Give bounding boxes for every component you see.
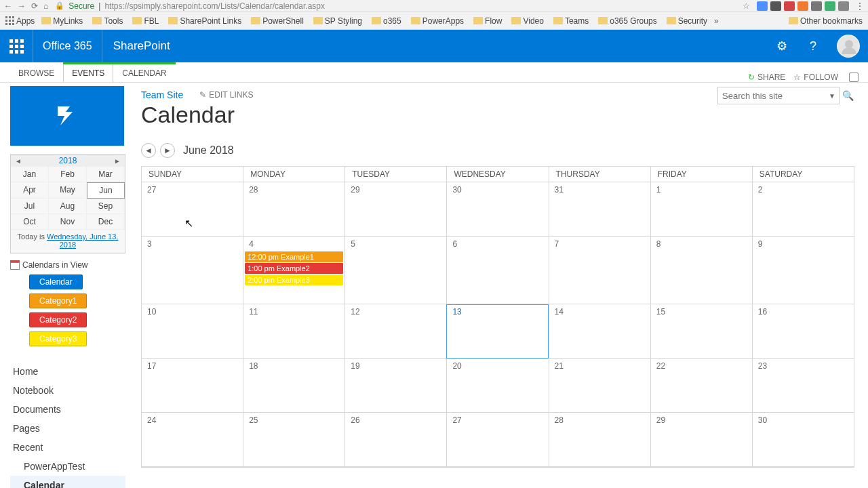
bookmark-item[interactable]: FBL <box>132 16 159 26</box>
bookmark-item[interactable]: SP Styling <box>313 16 362 26</box>
calendar-cell[interactable]: 11 <box>243 304 344 359</box>
mini-cal-year[interactable]: 2018 <box>22 156 114 165</box>
calendar-cell[interactable]: 6 <box>446 237 548 304</box>
calendar-cell[interactable]: 29 <box>650 413 752 467</box>
overlay-chip-calendar[interactable]: Calendar <box>29 274 83 289</box>
apps-button[interactable]: Apps <box>5 16 35 26</box>
tab-events[interactable]: EVENTS <box>63 64 113 82</box>
calendar-cell[interactable]: 412:00 pm Example11:00 pm Example22:00 p… <box>243 237 344 304</box>
mini-month-mar[interactable]: Mar <box>87 167 125 182</box>
mini-month-may[interactable]: May <box>49 182 87 199</box>
ext-icon[interactable] <box>770 1 781 11</box>
calendar-cell[interactable]: 13 <box>446 304 548 359</box>
overlay-chip-category2[interactable]: Category2 <box>29 312 87 327</box>
calendar-event[interactable]: 2:00 pm Example3 <box>245 274 343 285</box>
bookmark-item[interactable]: o365 Groups <box>598 16 656 26</box>
breadcrumb-site[interactable]: Team Site <box>141 89 183 100</box>
site-logo[interactable] <box>10 86 124 146</box>
calendar-cell[interactable]: 27 <box>141 182 243 237</box>
calendar-cell[interactable]: 16 <box>752 304 854 359</box>
ext-icon[interactable] <box>757 1 768 11</box>
calendar-cell[interactable]: 29 <box>344 182 446 237</box>
search-go-icon[interactable]: 🔍 <box>840 87 856 104</box>
calendar-cell[interactable]: 5 <box>344 237 446 304</box>
bookmark-item[interactable]: Security <box>667 16 707 26</box>
menu-icon[interactable]: ⋮ <box>856 1 864 11</box>
mini-month-sep[interactable]: Sep <box>87 199 125 214</box>
calendar-cell[interactable]: 1 <box>650 182 752 237</box>
bookmarks-overflow[interactable]: » <box>714 16 719 26</box>
nav-notebook[interactable]: Notebook <box>10 381 125 400</box>
other-bookmarks[interactable]: Other bookmarks <box>789 16 863 26</box>
settings-icon[interactable]: ⚙ <box>766 30 797 62</box>
mini-month-nov[interactable]: Nov <box>49 214 87 230</box>
mini-month-apr[interactable]: Apr <box>11 182 49 199</box>
back-icon[interactable]: ← <box>4 1 12 11</box>
app-launcher-icon[interactable] <box>0 30 33 62</box>
calendar-cell[interactable]: 27 <box>446 413 548 467</box>
bookmark-item[interactable]: Teams <box>553 16 589 26</box>
calendar-cell[interactable]: 19 <box>344 359 446 413</box>
bookmark-star-icon[interactable]: ☆ <box>743 1 750 11</box>
calendar-cell[interactable]: 10 <box>141 304 243 359</box>
calendar-cell[interactable]: 15 <box>650 304 752 359</box>
address-bar[interactable]: 🔒 Secure | https://spsimply.sharepoint.c… <box>55 1 736 11</box>
mini-month-jan[interactable]: Jan <box>11 167 49 182</box>
calendar-cell[interactable]: 30 <box>446 182 548 237</box>
calendar-event[interactable]: 1:00 pm Example2 <box>245 263 343 274</box>
tab-calendar[interactable]: CALENDAR <box>113 64 175 82</box>
overlay-chip-category3[interactable]: Category3 <box>29 331 87 346</box>
calendar-cell[interactable]: 2 <box>752 182 854 237</box>
calendar-cell[interactable]: 28 <box>243 182 344 237</box>
next-year-icon[interactable]: ► <box>114 157 121 165</box>
ext-icon[interactable] <box>825 1 835 11</box>
calendar-cell[interactable]: 20 <box>446 359 548 413</box>
nav-recent[interactable]: Recent <box>10 438 125 457</box>
mini-month-aug[interactable]: Aug <box>49 199 87 214</box>
follow-button[interactable]: ☆FOLLOW <box>793 73 838 82</box>
calendar-cell[interactable]: 25 <box>243 413 344 467</box>
nav-documents[interactable]: Documents <box>10 400 125 419</box>
calendar-cell[interactable]: 24 <box>141 413 243 467</box>
reload-icon[interactable]: ⟳ <box>31 1 38 11</box>
bookmark-item[interactable]: PowerShell <box>251 16 304 26</box>
calendar-cell[interactable]: 30 <box>752 413 854 467</box>
forward-icon[interactable]: → <box>18 1 26 11</box>
mini-month-jul[interactable]: Jul <box>11 199 49 214</box>
prev-year-icon[interactable]: ◄ <box>15 157 22 165</box>
calendar-cell[interactable]: 31 <box>549 182 650 237</box>
tab-browse[interactable]: BROWSE <box>9 64 63 82</box>
ext-icon[interactable] <box>838 1 849 11</box>
nav-recent-calendar[interactable]: Calendar <box>10 476 125 488</box>
bookmark-item[interactable]: SharePoint Links <box>168 16 241 26</box>
product-name[interactable]: Office 365 <box>33 40 102 52</box>
calendar-cell[interactable]: 23 <box>752 359 854 413</box>
ext-icon[interactable] <box>811 1 822 11</box>
ext-icon[interactable] <box>797 1 808 11</box>
mini-month-feb[interactable]: Feb <box>49 167 87 182</box>
bookmark-item[interactable]: PowerApps <box>411 16 464 26</box>
share-button[interactable]: ↻SHARE <box>748 73 785 82</box>
calendar-cell[interactable]: 17 <box>141 359 243 413</box>
bookmark-item[interactable]: Video <box>511 16 543 26</box>
calendar-cell[interactable]: 8 <box>650 237 752 304</box>
calendar-cell[interactable]: 9 <box>752 237 854 304</box>
search-input[interactable] <box>717 87 840 104</box>
avatar[interactable] <box>837 35 860 58</box>
calendar-cell[interactable]: 22 <box>650 359 752 413</box>
mini-month-dec[interactable]: Dec <box>87 214 125 230</box>
calendar-cell[interactable]: 28 <box>549 413 650 467</box>
calendar-cell[interactable]: 12 <box>344 304 446 359</box>
bookmark-item[interactable]: Tools <box>92 16 123 26</box>
focus-icon[interactable] <box>849 73 859 82</box>
bookmark-item[interactable]: Flow <box>473 16 502 26</box>
today-link[interactable]: Wednesday, June 13, 2018 <box>47 232 118 249</box>
calendar-cell[interactable]: 26 <box>344 413 446 467</box>
prev-month-icon[interactable]: ◄ <box>141 143 156 158</box>
nav-home[interactable]: Home <box>10 362 125 381</box>
calendar-cell[interactable]: 14 <box>549 304 650 359</box>
calendar-cell[interactable]: 18 <box>243 359 344 413</box>
overlay-chip-category1[interactable]: Category1 <box>29 293 87 308</box>
bookmark-item[interactable]: MyLinks <box>41 16 83 26</box>
app-name[interactable]: SharePoint <box>102 39 181 53</box>
